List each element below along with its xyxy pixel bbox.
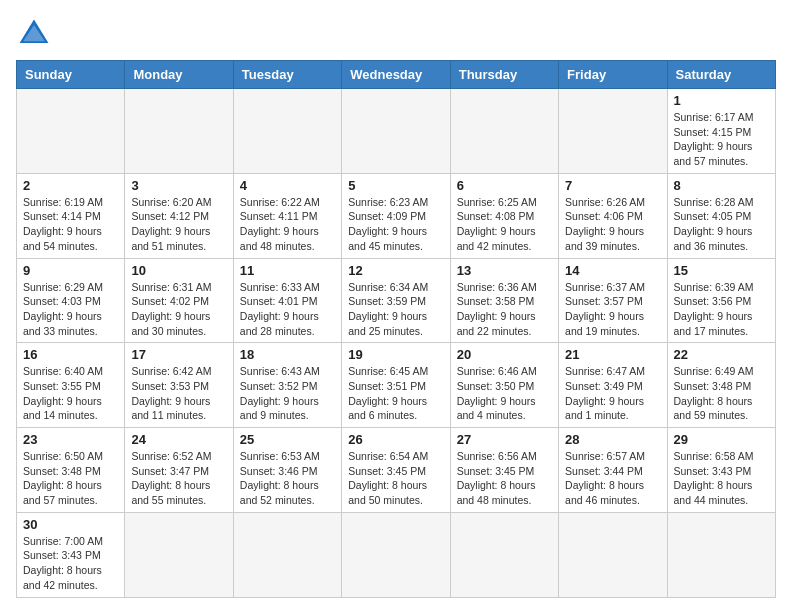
empty-cell <box>233 512 341 597</box>
day-info: Sunrise: 6:42 AMSunset: 3:53 PMDaylight:… <box>131 364 226 423</box>
day-number: 6 <box>457 178 552 193</box>
day-info: Sunrise: 6:49 AMSunset: 3:48 PMDaylight:… <box>674 364 769 423</box>
week-row: 1Sunrise: 6:17 AMSunset: 4:15 PMDaylight… <box>17 89 776 174</box>
day-info: Sunrise: 6:58 AMSunset: 3:43 PMDaylight:… <box>674 449 769 508</box>
day-number: 7 <box>565 178 660 193</box>
day-info: Sunrise: 6:17 AMSunset: 4:15 PMDaylight:… <box>674 110 769 169</box>
day-cell-5: 5Sunrise: 6:23 AMSunset: 4:09 PMDaylight… <box>342 173 450 258</box>
empty-cell <box>450 512 558 597</box>
day-cell-18: 18Sunrise: 6:43 AMSunset: 3:52 PMDayligh… <box>233 343 341 428</box>
week-row: 30Sunrise: 7:00 AMSunset: 3:43 PMDayligh… <box>17 512 776 597</box>
day-number: 16 <box>23 347 118 362</box>
day-number: 12 <box>348 263 443 278</box>
col-wednesday: Wednesday <box>342 61 450 89</box>
day-info: Sunrise: 6:28 AMSunset: 4:05 PMDaylight:… <box>674 195 769 254</box>
day-number: 13 <box>457 263 552 278</box>
day-info: Sunrise: 6:23 AMSunset: 4:09 PMDaylight:… <box>348 195 443 254</box>
day-number: 27 <box>457 432 552 447</box>
empty-cell <box>233 89 341 174</box>
col-monday: Monday <box>125 61 233 89</box>
day-cell-13: 13Sunrise: 6:36 AMSunset: 3:58 PMDayligh… <box>450 258 558 343</box>
day-number: 20 <box>457 347 552 362</box>
day-cell-17: 17Sunrise: 6:42 AMSunset: 3:53 PMDayligh… <box>125 343 233 428</box>
day-cell-15: 15Sunrise: 6:39 AMSunset: 3:56 PMDayligh… <box>667 258 775 343</box>
day-info: Sunrise: 6:56 AMSunset: 3:45 PMDaylight:… <box>457 449 552 508</box>
day-number: 28 <box>565 432 660 447</box>
day-info: Sunrise: 6:45 AMSunset: 3:51 PMDaylight:… <box>348 364 443 423</box>
day-cell-8: 8Sunrise: 6:28 AMSunset: 4:05 PMDaylight… <box>667 173 775 258</box>
empty-cell <box>667 512 775 597</box>
day-number: 3 <box>131 178 226 193</box>
logo-icon <box>16 16 52 52</box>
day-info: Sunrise: 6:31 AMSunset: 4:02 PMDaylight:… <box>131 280 226 339</box>
day-info: Sunrise: 6:36 AMSunset: 3:58 PMDaylight:… <box>457 280 552 339</box>
day-cell-1: 1Sunrise: 6:17 AMSunset: 4:15 PMDaylight… <box>667 89 775 174</box>
day-info: Sunrise: 6:57 AMSunset: 3:44 PMDaylight:… <box>565 449 660 508</box>
week-row: 23Sunrise: 6:50 AMSunset: 3:48 PMDayligh… <box>17 428 776 513</box>
col-sunday: Sunday <box>17 61 125 89</box>
day-cell-21: 21Sunrise: 6:47 AMSunset: 3:49 PMDayligh… <box>559 343 667 428</box>
day-info: Sunrise: 6:54 AMSunset: 3:45 PMDaylight:… <box>348 449 443 508</box>
day-cell-11: 11Sunrise: 6:33 AMSunset: 4:01 PMDayligh… <box>233 258 341 343</box>
day-cell-16: 16Sunrise: 6:40 AMSunset: 3:55 PMDayligh… <box>17 343 125 428</box>
day-info: Sunrise: 6:20 AMSunset: 4:12 PMDaylight:… <box>131 195 226 254</box>
empty-cell <box>450 89 558 174</box>
empty-cell <box>559 512 667 597</box>
day-info: Sunrise: 6:43 AMSunset: 3:52 PMDaylight:… <box>240 364 335 423</box>
day-number: 5 <box>348 178 443 193</box>
day-info: Sunrise: 6:37 AMSunset: 3:57 PMDaylight:… <box>565 280 660 339</box>
day-number: 4 <box>240 178 335 193</box>
day-number: 24 <box>131 432 226 447</box>
day-number: 19 <box>348 347 443 362</box>
day-cell-3: 3Sunrise: 6:20 AMSunset: 4:12 PMDaylight… <box>125 173 233 258</box>
day-number: 9 <box>23 263 118 278</box>
empty-cell <box>559 89 667 174</box>
day-info: Sunrise: 6:22 AMSunset: 4:11 PMDaylight:… <box>240 195 335 254</box>
day-number: 25 <box>240 432 335 447</box>
col-thursday: Thursday <box>450 61 558 89</box>
day-cell-19: 19Sunrise: 6:45 AMSunset: 3:51 PMDayligh… <box>342 343 450 428</box>
day-number: 14 <box>565 263 660 278</box>
day-cell-20: 20Sunrise: 6:46 AMSunset: 3:50 PMDayligh… <box>450 343 558 428</box>
day-info: Sunrise: 6:39 AMSunset: 3:56 PMDaylight:… <box>674 280 769 339</box>
day-number: 23 <box>23 432 118 447</box>
empty-cell <box>125 512 233 597</box>
day-info: Sunrise: 6:29 AMSunset: 4:03 PMDaylight:… <box>23 280 118 339</box>
week-row: 16Sunrise: 6:40 AMSunset: 3:55 PMDayligh… <box>17 343 776 428</box>
day-number: 29 <box>674 432 769 447</box>
logo <box>16 16 56 52</box>
empty-cell <box>342 89 450 174</box>
day-cell-30: 30Sunrise: 7:00 AMSunset: 3:43 PMDayligh… <box>17 512 125 597</box>
day-number: 17 <box>131 347 226 362</box>
day-number: 11 <box>240 263 335 278</box>
day-cell-25: 25Sunrise: 6:53 AMSunset: 3:46 PMDayligh… <box>233 428 341 513</box>
day-number: 30 <box>23 517 118 532</box>
day-number: 8 <box>674 178 769 193</box>
day-number: 26 <box>348 432 443 447</box>
day-number: 2 <box>23 178 118 193</box>
weekday-header-row: Sunday Monday Tuesday Wednesday Thursday… <box>17 61 776 89</box>
day-cell-9: 9Sunrise: 6:29 AMSunset: 4:03 PMDaylight… <box>17 258 125 343</box>
day-info: Sunrise: 6:26 AMSunset: 4:06 PMDaylight:… <box>565 195 660 254</box>
day-cell-4: 4Sunrise: 6:22 AMSunset: 4:11 PMDaylight… <box>233 173 341 258</box>
day-cell-22: 22Sunrise: 6:49 AMSunset: 3:48 PMDayligh… <box>667 343 775 428</box>
day-info: Sunrise: 6:50 AMSunset: 3:48 PMDaylight:… <box>23 449 118 508</box>
day-info: Sunrise: 6:25 AMSunset: 4:08 PMDaylight:… <box>457 195 552 254</box>
day-info: Sunrise: 7:00 AMSunset: 3:43 PMDaylight:… <box>23 534 118 593</box>
week-row: 2Sunrise: 6:19 AMSunset: 4:14 PMDaylight… <box>17 173 776 258</box>
day-info: Sunrise: 6:33 AMSunset: 4:01 PMDaylight:… <box>240 280 335 339</box>
calendar-table: Sunday Monday Tuesday Wednesday Thursday… <box>16 60 776 598</box>
day-cell-10: 10Sunrise: 6:31 AMSunset: 4:02 PMDayligh… <box>125 258 233 343</box>
day-info: Sunrise: 6:47 AMSunset: 3:49 PMDaylight:… <box>565 364 660 423</box>
day-cell-24: 24Sunrise: 6:52 AMSunset: 3:47 PMDayligh… <box>125 428 233 513</box>
empty-cell <box>342 512 450 597</box>
page-header <box>16 16 776 52</box>
day-info: Sunrise: 6:34 AMSunset: 3:59 PMDaylight:… <box>348 280 443 339</box>
col-tuesday: Tuesday <box>233 61 341 89</box>
day-info: Sunrise: 6:19 AMSunset: 4:14 PMDaylight:… <box>23 195 118 254</box>
day-info: Sunrise: 6:53 AMSunset: 3:46 PMDaylight:… <box>240 449 335 508</box>
col-friday: Friday <box>559 61 667 89</box>
day-cell-29: 29Sunrise: 6:58 AMSunset: 3:43 PMDayligh… <box>667 428 775 513</box>
day-cell-26: 26Sunrise: 6:54 AMSunset: 3:45 PMDayligh… <box>342 428 450 513</box>
day-cell-6: 6Sunrise: 6:25 AMSunset: 4:08 PMDaylight… <box>450 173 558 258</box>
